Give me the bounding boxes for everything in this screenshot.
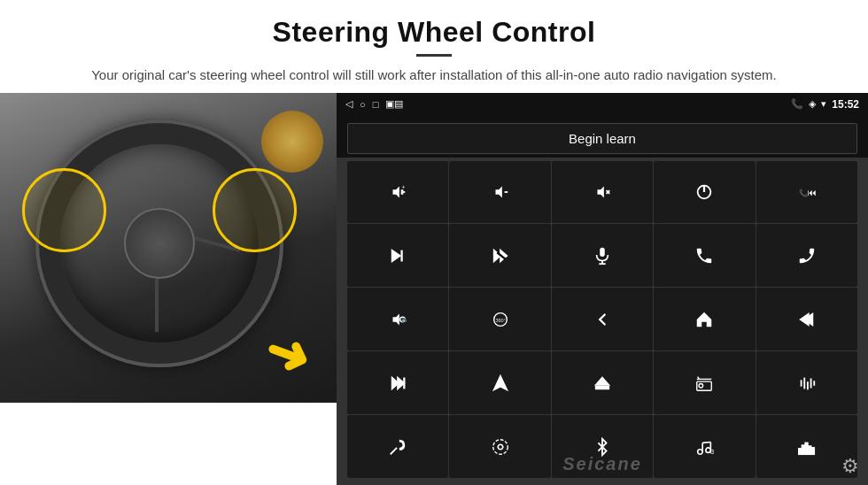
status-bar-right: 📞 ◈ ▾ 15:52 — [791, 98, 859, 111]
svg-text:⚙: ⚙ — [709, 448, 715, 456]
power-button[interactable] — [654, 161, 755, 224]
spoke-bottom — [155, 279, 159, 332]
svg-text:⏮: ⏮ — [808, 188, 817, 197]
svg-text:🔈: 🔈 — [401, 316, 407, 323]
microphone-button[interactable] — [552, 224, 653, 287]
skip-fwd-mute-button[interactable] — [449, 224, 550, 287]
svg-rect-19 — [600, 248, 605, 257]
settings-button[interactable] — [449, 415, 550, 478]
music-button[interactable]: ⚙ — [654, 415, 755, 478]
svg-point-46 — [492, 439, 508, 454]
svg-marker-5 — [495, 187, 501, 198]
phone-prev-button[interactable]: 📞⏮ — [756, 161, 857, 224]
360-view-button[interactable]: 360° — [449, 288, 550, 350]
svg-rect-56 — [809, 446, 811, 454]
svg-point-45 — [498, 444, 503, 450]
page-wrapper: Steering Wheel Control Your original car… — [0, 0, 868, 485]
svg-rect-57 — [811, 447, 814, 453]
status-bar-left: ◁ ○ □ ▣▤ — [345, 98, 403, 110]
signal-icon: ▣▤ — [385, 98, 403, 110]
radio-button[interactable] — [654, 351, 755, 414]
header-section: Steering Wheel Control Your original car… — [0, 0, 868, 93]
begin-learn-row: Begin learn — [337, 116, 868, 158]
gear-corner-icon[interactable]: ⚙ — [841, 455, 859, 478]
phone-icon: 📞 — [791, 98, 803, 110]
button-group-left-highlight — [22, 168, 106, 252]
svg-line-44 — [391, 447, 397, 453]
home-nav-button[interactable] — [654, 288, 755, 350]
wifi-icon: ▾ — [821, 98, 826, 110]
mic2-button[interactable] — [347, 415, 448, 478]
svg-marker-28 — [800, 313, 808, 325]
square-icon: □ — [373, 99, 379, 110]
bluetooth-button[interactable] — [552, 415, 653, 478]
vol-down-button[interactable] — [449, 161, 550, 224]
svg-line-51 — [703, 442, 711, 443]
vol-up-button[interactable]: + — [347, 161, 448, 224]
content-area: ➜ ◁ ○ □ ▣▤ 📞 ◈ ▾ 15:52 — [0, 93, 868, 486]
svg-text:360°: 360° — [495, 317, 505, 322]
status-time: 15:52 — [832, 98, 859, 111]
svg-rect-55 — [805, 443, 808, 454]
steering-image: ➜ — [0, 93, 337, 403]
begin-learn-button[interactable]: Begin learn — [347, 123, 857, 154]
back-arrow-icon: ◁ — [345, 98, 353, 110]
controls-grid: + 📞⏮ — [337, 158, 868, 486]
navigation-button[interactable] — [449, 351, 550, 414]
page-title: Steering Wheel Control — [35, 16, 833, 49]
svg-rect-34 — [596, 386, 609, 389]
equalizer-button[interactable] — [756, 351, 857, 414]
speaker-mode-button[interactable]: 🔈 — [347, 288, 448, 350]
subtitle: Your original car's steering wheel contr… — [71, 65, 797, 86]
svg-marker-33 — [596, 377, 609, 384]
wheel-center-hub — [124, 208, 195, 279]
svg-marker-0 — [393, 187, 399, 198]
fast-forward-button[interactable] — [347, 351, 448, 414]
vol-mute-button[interactable] — [552, 161, 653, 224]
eject-button[interactable] — [552, 351, 653, 414]
svg-point-36 — [699, 383, 703, 388]
phone-hangup-button[interactable] — [756, 224, 857, 287]
speedometer — [261, 111, 323, 173]
home-circle-icon: ○ — [360, 99, 366, 110]
svg-marker-16 — [493, 250, 500, 261]
head-unit-screen: ◁ ○ □ ▣▤ 📞 ◈ ▾ 15:52 Begin learn — [337, 93, 868, 486]
next-track-button[interactable] — [347, 224, 448, 287]
skip-back-end-button[interactable] — [756, 288, 857, 350]
svg-rect-53 — [799, 448, 802, 453]
svg-rect-54 — [802, 445, 804, 454]
svg-marker-14 — [392, 250, 400, 261]
phone-answer-button[interactable] — [654, 224, 755, 287]
svg-text:+: + — [402, 184, 406, 190]
svg-marker-7 — [597, 187, 603, 198]
back-nav-button[interactable] — [552, 288, 653, 350]
status-bar: ◁ ○ □ ▣▤ 📞 ◈ ▾ 15:52 — [337, 93, 868, 116]
button-group-right-highlight — [213, 168, 297, 252]
svg-marker-32 — [493, 375, 507, 389]
svg-marker-22 — [393, 313, 399, 325]
location-icon: ◈ — [809, 98, 816, 110]
title-divider — [416, 54, 452, 57]
